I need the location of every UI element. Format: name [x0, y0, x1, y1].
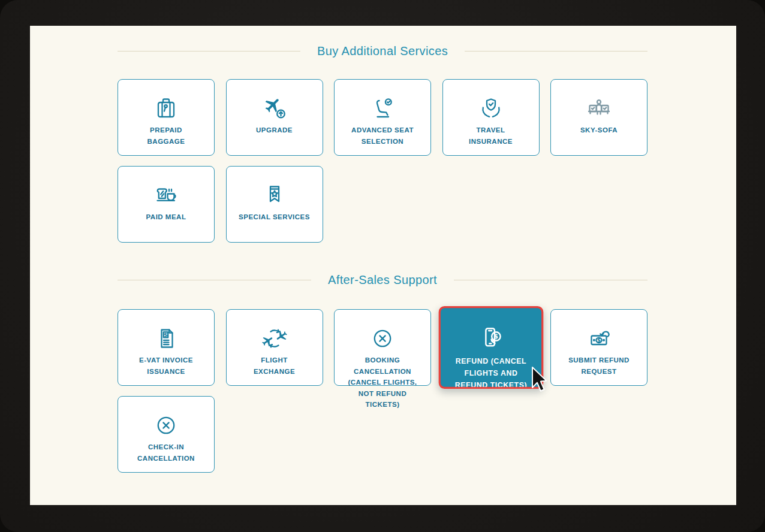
svg-text:$: $ [493, 332, 498, 340]
svg-text:$: $ [597, 337, 601, 343]
cancel-circle-icon [368, 324, 397, 353]
service-card-refund-cancel[interactable]: $ REFUND (CANCEL FLIGHTS AND REFUND TICK… [438, 306, 543, 389]
service-card-label: CHECK-IN CANCELLATION [134, 442, 198, 464]
service-card-label: SUBMIT REFUND REQUEST [565, 355, 633, 377]
svg-text:$: $ [164, 332, 167, 338]
service-card-label: UPGRADE [252, 125, 296, 136]
seat-check-icon [368, 94, 397, 123]
plane-upgrade-icon [260, 94, 289, 123]
section-title: After-Sales Support [328, 273, 437, 287]
service-card-advanced-seat[interactable]: ADVANCED SEAT SELECTION [334, 79, 431, 156]
buy-additional-services-grid: PREPAID BAGGAGE UPGRADE ADVANCED SEAT SE… [118, 79, 647, 243]
service-card-prepaid[interactable]: PREPAID BAGGAGE [118, 79, 215, 156]
service-card-label: FLIGHT EXCHANGE [250, 355, 299, 377]
services-panel: Buy Additional Services PREPAID BAGGAGE … [30, 26, 736, 505]
service-card-submit-refund[interactable]: $ SUBMIT REFUND REQUEST [550, 309, 647, 386]
service-card-upgrade[interactable]: UPGRADE [226, 79, 323, 156]
service-card-label: PREPAID BAGGAGE [144, 125, 189, 147]
header-divider-left [118, 51, 300, 52]
service-card-booking[interactable]: BOOKING CANCELLATION (CANCEL FLIGHTS, NO… [334, 309, 431, 386]
header-divider-right [465, 51, 647, 52]
cancel-circle-icon [152, 411, 180, 440]
service-card-label: PAID MEAL [143, 211, 190, 223]
service-card-e-vat-invoice[interactable]: $ E-VAT INVOICE ISSUANCE [118, 309, 215, 386]
sofa-seats-icon [585, 94, 613, 123]
shield-hands-icon [477, 94, 505, 123]
invoice-icon: $ [152, 324, 180, 353]
service-card-label: BOOKING CANCELLATION (CANCEL FLIGHTS, NO… [344, 355, 420, 410]
service-card-special-services[interactable]: SPECIAL SERVICES [226, 166, 323, 243]
header-divider-left [118, 280, 311, 280]
service-card-sky-sofa[interactable]: SKY-SOFA [550, 79, 647, 156]
after-sales-support-grid: $ E-VAT INVOICE ISSUANCE FLIGHT EXCHANGE… [118, 309, 647, 473]
dark-frame: Buy Additional Services PREPAID BAGGAGE … [0, 0, 765, 532]
service-card-check-in[interactable]: CHECK-IN CANCELLATION [118, 396, 215, 473]
service-card-label: E-VAT INVOICE ISSUANCE [135, 355, 197, 377]
meal-icon [152, 181, 180, 210]
service-card-label: TRAVEL INSURANCE [465, 125, 516, 147]
section-header-buy-additional-services: Buy Additional Services [118, 43, 647, 59]
header-divider-right [454, 280, 647, 280]
flight-exchange-icon [260, 324, 289, 353]
section-header-after-sales-support: After-Sales Support [118, 272, 647, 288]
service-card-paid-meal[interactable]: PAID MEAL [118, 166, 215, 243]
ribbon-star-icon [260, 181, 289, 210]
service-card-travel[interactable]: TRAVEL INSURANCE [442, 79, 540, 156]
service-card-label: REFUND (CANCEL FLIGHTS AND REFUND TICKET… [451, 355, 531, 389]
section-title: Buy Additional Services [317, 44, 448, 58]
suitcase-icon [152, 94, 180, 123]
service-card-label: SKY-SOFA [577, 125, 621, 136]
phone-refund-icon: $ [475, 322, 507, 353]
service-card-flight[interactable]: FLIGHT EXCHANGE [226, 309, 323, 386]
service-card-label: ADVANCED SEAT SELECTION [348, 125, 417, 147]
service-card-label: SPECIAL SERVICES [235, 211, 314, 223]
money-return-icon: $ [585, 324, 613, 353]
